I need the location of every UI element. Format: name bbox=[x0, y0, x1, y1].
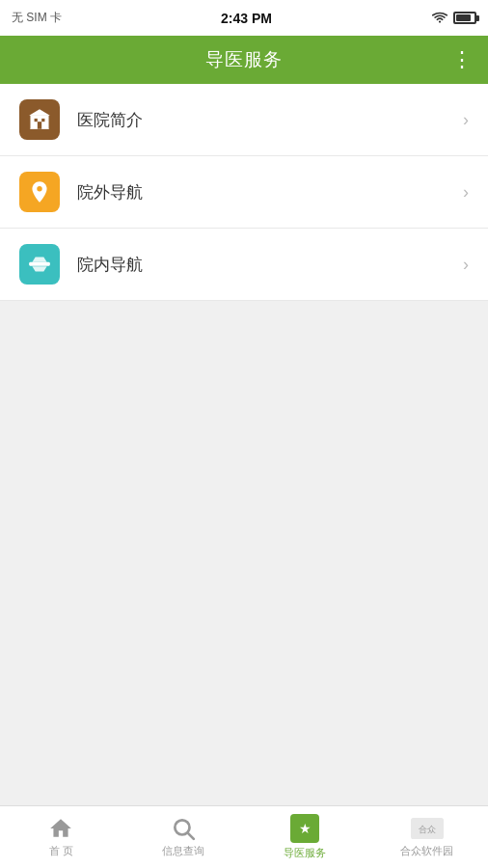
hospital-intro-chevron: › bbox=[463, 110, 469, 130]
outdoor-nav-label: 院外导航 bbox=[77, 181, 455, 203]
location-icon bbox=[27, 179, 52, 204]
toolbar: 导医服务 ⋮ bbox=[0, 36, 488, 84]
outdoor-nav-icon-wrap bbox=[19, 172, 60, 212]
indoor-nav-chevron: › bbox=[463, 255, 469, 275]
wifi-icon bbox=[431, 12, 448, 24]
page-title: 导医服务 bbox=[205, 47, 283, 72]
search-icon bbox=[171, 816, 196, 841]
status-icons bbox=[431, 12, 476, 24]
hospital-intro-label: 医院简介 bbox=[77, 109, 455, 131]
nav-item-hezong[interactable]: 合众 合众软件园 bbox=[366, 806, 489, 868]
svg-marker-10 bbox=[32, 257, 46, 261]
hospital-intro-icon-wrap bbox=[19, 99, 60, 140]
menu-list: 医院简介 › 院外导航 › 院内导航 › bbox=[0, 84, 488, 301]
svg-text:合众: 合众 bbox=[419, 825, 436, 834]
time-display: 2:43 PM bbox=[221, 11, 272, 26]
home-icon bbox=[48, 816, 73, 841]
battery-icon bbox=[453, 12, 476, 24]
svg-rect-4 bbox=[41, 119, 44, 122]
menu-item-hospital-intro[interactable]: 医院简介 › bbox=[0, 84, 488, 156]
nav-item-home[interactable]: 首 页 bbox=[0, 806, 122, 868]
nav-label-guide: 导医服务 bbox=[284, 846, 326, 860]
nav-label-home: 首 页 bbox=[49, 844, 73, 858]
more-button[interactable]: ⋮ bbox=[451, 47, 474, 72]
nav-label-hezong: 合众软件园 bbox=[400, 844, 453, 858]
outdoor-nav-chevron: › bbox=[463, 182, 469, 203]
menu-item-indoor-nav[interactable]: 院内导航 › bbox=[0, 229, 488, 301]
hezong-icon: 合众 bbox=[411, 816, 444, 841]
nav-label-info: 信息查询 bbox=[162, 844, 204, 858]
svg-point-8 bbox=[37, 186, 41, 191]
navigation-icon bbox=[27, 252, 52, 277]
nav-item-guide[interactable]: 导医服务 bbox=[244, 806, 366, 868]
bottom-nav: 首 页 信息查询 导医服务 合众 合众软件园 bbox=[0, 805, 488, 868]
menu-item-outdoor-nav[interactable]: 院外导航 › bbox=[0, 156, 488, 229]
sim-status: 无 SIM 卡 bbox=[12, 10, 62, 26]
svg-marker-11 bbox=[32, 266, 46, 271]
indoor-nav-label: 院内导航 bbox=[77, 254, 455, 276]
svg-line-14 bbox=[188, 833, 194, 839]
content-area: www.hezhing.net bbox=[0, 301, 488, 843]
status-bar: 无 SIM 卡 2:43 PM bbox=[0, 0, 488, 36]
nav-item-info[interactable]: 信息查询 bbox=[122, 806, 245, 868]
svg-rect-5 bbox=[38, 122, 41, 129]
guide-bookmark-icon bbox=[290, 814, 319, 843]
svg-rect-3 bbox=[35, 119, 38, 122]
indoor-nav-icon-wrap bbox=[19, 244, 60, 285]
svg-rect-12 bbox=[29, 263, 50, 265]
building-icon bbox=[27, 107, 52, 132]
svg-marker-2 bbox=[29, 109, 50, 116]
